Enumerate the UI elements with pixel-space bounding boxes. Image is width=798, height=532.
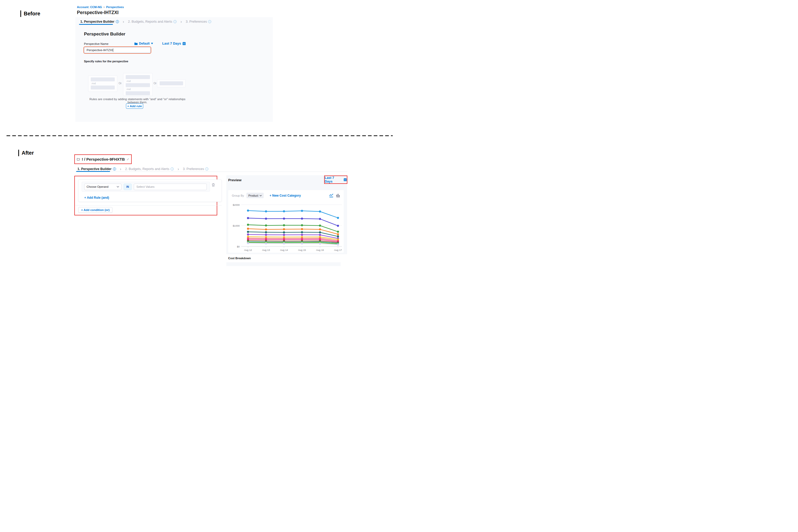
- folder-icon: [134, 42, 138, 45]
- date-range-value: Last 7 Days: [325, 176, 342, 183]
- delete-rule-button[interactable]: [211, 183, 215, 188]
- chevron-right-icon: [120, 167, 121, 171]
- breadcrumb-account-link[interactable]: Account: CCM-NG: [77, 5, 102, 8]
- cost-breakdown-heading: Cost Breakdown: [228, 256, 251, 260]
- tab-budgets-reports-alerts[interactable]: 2. Budgets, Reports and Alerts: [125, 167, 174, 171]
- date-range-value: Last 7 Days: [162, 41, 181, 45]
- tab-perspective-builder[interactable]: 1. Perspective Builder: [80, 20, 119, 23]
- caret-down-icon: [151, 43, 153, 44]
- skeleton-or-label: Or: [119, 82, 121, 85]
- operand-select-value: Choose Operand: [87, 185, 109, 188]
- skeleton-bar: [91, 86, 115, 90]
- svg-text:Aug 12: Aug 12: [244, 249, 252, 251]
- rule-row: Choose Operand IN Select Values: [82, 182, 210, 192]
- add-condition-or-button[interactable]: + Add condition (or): [78, 207, 112, 213]
- skeleton-bar: [126, 91, 150, 95]
- skeleton-bar: [126, 75, 150, 79]
- edit-pencil-icon[interactable]: [127, 157, 129, 161]
- perspective-name-input[interactable]: Perspective-IHTZXI: [83, 46, 151, 54]
- select-values-input[interactable]: Select Values: [134, 184, 207, 190]
- info-icon[interactable]: [113, 167, 116, 171]
- chevron-right-icon: [123, 20, 124, 23]
- tab-preferences[interactable]: 3. Preferences: [183, 167, 208, 171]
- cost-breakdown-card-top: [226, 262, 341, 266]
- info-icon[interactable]: [171, 167, 174, 171]
- tab-label: 3. Preferences: [183, 167, 204, 171]
- operator-in-button[interactable]: IN: [124, 184, 132, 190]
- preview-heading: Preview: [228, 178, 242, 182]
- chevron-down-icon: [117, 186, 119, 188]
- calendar-icon: [343, 178, 347, 182]
- breadcrumb: Account: CCM-NG › Perspectives: [77, 5, 124, 8]
- calendar-icon: [182, 42, 186, 45]
- preview-date-range-picker[interactable]: Last 7 Days: [324, 175, 347, 184]
- after-title-annotation-box: ! / Perspective-9FHXTB: [74, 154, 132, 164]
- before-label-text: Before: [24, 11, 40, 17]
- add-rule-button[interactable]: + Add rule: [126, 103, 143, 109]
- chevron-right-icon: [180, 20, 182, 23]
- skeleton-and-label: And: [127, 88, 150, 91]
- svg-text:$1000: $1000: [233, 224, 240, 227]
- tab-label: 1. Perspective Builder: [80, 20, 114, 23]
- breadcrumb-separator-icon: ›: [103, 6, 104, 8]
- rules-hint-text: Rules are created by adding statements w…: [84, 97, 191, 104]
- before-tabs: 1. Perspective Builder 2. Budgets, Repor…: [80, 20, 211, 23]
- tab-label: 2. Budgets, Reports and Alerts: [128, 20, 172, 23]
- before-section-label: Before: [20, 11, 40, 17]
- perspective-name-value: Perspective-IHTZXI: [87, 49, 113, 52]
- info-icon[interactable]: [208, 20, 211, 23]
- folder-selector-value: Default: [139, 42, 150, 45]
- tabs-bottom-border: [75, 172, 347, 172]
- tab-perspective-builder[interactable]: 1. Perspective Builder: [77, 167, 116, 171]
- after-tabs: 1. Perspective Builder 2. Budgets, Repor…: [77, 167, 208, 171]
- before-panel: 1. Perspective Builder 2. Budgets, Repor…: [75, 17, 273, 122]
- operand-select[interactable]: Choose Operand: [84, 184, 121, 190]
- add-rule-and-link[interactable]: + Add Rule (and): [84, 196, 109, 200]
- info-icon[interactable]: [205, 167, 208, 171]
- rule-card: Choose Operand IN Select Values + Add Ru…: [78, 179, 222, 202]
- active-tab-underline: [79, 24, 113, 25]
- skeleton-bar: [91, 77, 115, 81]
- breadcrumb-perspectives-link[interactable]: Perspectives: [106, 5, 124, 8]
- svg-text:Aug 16: Aug 16: [316, 249, 324, 251]
- tab-label: 2. Budgets, Reports and Alerts: [125, 167, 170, 171]
- tab-label: 1. Perspective Builder: [77, 167, 112, 171]
- preview-chart-card: Group By Product + New Cost Category $0$…: [228, 190, 344, 253]
- before-after-divider: [6, 135, 393, 136]
- active-tab-underline: [76, 171, 110, 172]
- chevron-right-icon: [177, 167, 179, 171]
- skeleton-and-label: And: [92, 82, 115, 85]
- preview-panel: Preview Last 7 Days Group By Product + N…: [226, 175, 347, 254]
- perspective-builder-heading: Perspective Builder: [84, 32, 126, 37]
- text-cursor: [113, 49, 113, 52]
- folder-selector[interactable]: Default: [134, 42, 153, 45]
- tab-budgets-reports-alerts[interactable]: 2. Budgets, Reports and Alerts: [128, 20, 177, 23]
- trash-icon: [211, 183, 215, 187]
- tab-label: 3. Preferences: [186, 20, 207, 23]
- skeleton-rule-card-1: And: [88, 75, 117, 92]
- after-perspective-title: ! / Perspective-9FHXTB: [82, 157, 125, 162]
- perspective-name-label: Perspective Name: [84, 42, 109, 45]
- svg-text:$0: $0: [237, 245, 240, 248]
- tab-preferences[interactable]: 3. Preferences: [186, 20, 211, 23]
- page-title: Perspective-IHTZXI: [77, 10, 119, 15]
- svg-text:$2000: $2000: [233, 204, 240, 206]
- rule-section-divider: [75, 205, 222, 206]
- folder-open-icon: [77, 157, 80, 161]
- after-section-label: After: [18, 150, 34, 156]
- date-range-picker[interactable]: Last 7 Days: [162, 41, 186, 45]
- svg-text:Aug 15: Aug 15: [298, 249, 306, 251]
- skeleton-and-label: And: [127, 80, 150, 82]
- svg-text:Aug 14: Aug 14: [280, 249, 288, 251]
- info-icon[interactable]: [116, 20, 119, 23]
- skeleton-rule-card-3: [157, 79, 186, 87]
- skeleton-rule-card-2: And And: [123, 73, 153, 96]
- svg-text:Aug 13: Aug 13: [262, 249, 270, 251]
- skeleton-bar: [126, 83, 150, 87]
- info-icon[interactable]: [173, 20, 176, 23]
- svg-text:Aug 17: Aug 17: [334, 249, 342, 251]
- label-bar: [20, 11, 21, 17]
- after-label-text: After: [22, 150, 34, 156]
- skeleton-or-label: Or: [154, 82, 156, 85]
- label-bar: [18, 150, 19, 156]
